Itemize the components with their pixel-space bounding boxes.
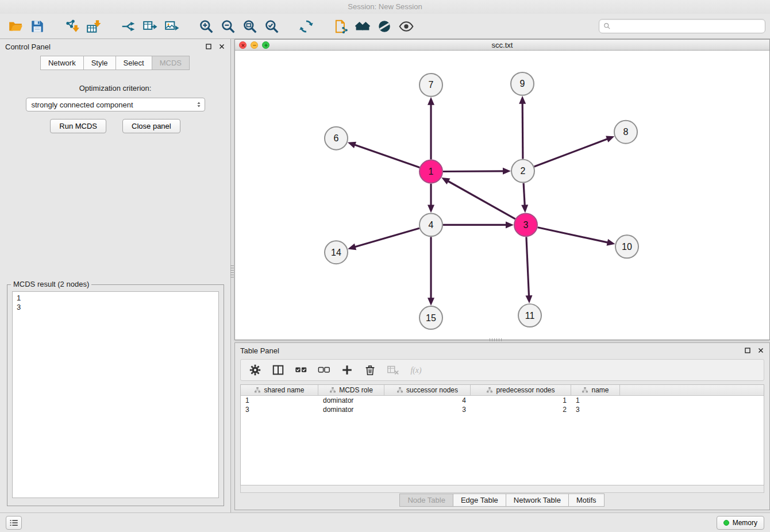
toolbar-document-network-button[interactable] [330,16,352,37]
table-trash-button[interactable] [360,361,380,379]
tab-style[interactable]: Style [83,56,116,70]
tab-edge-table[interactable]: Edge Table [453,494,506,507]
graph-edge-3-1[interactable] [448,181,515,219]
toolbar-eye-button[interactable] [395,16,417,37]
control-panel-close-icon[interactable] [218,43,225,50]
toolbar-zoom-out-button[interactable] [217,16,239,37]
graph-edge-4-14[interactable] [355,228,419,247]
diverging-arrows-icon [121,19,136,34]
network-view-window: scc.txt 7968124314101511 [234,39,770,340]
tab-mcds[interactable]: MCDS [152,56,190,70]
graph-node-2[interactable]: 2 [511,160,534,183]
select-all-icon [295,364,307,376]
table-gear-button[interactable] [245,361,265,379]
toolbar-diverging-arrows-button[interactable] [117,16,139,37]
plus-icon [341,364,353,376]
column-header-mcds-role[interactable]: MCDS role [318,385,384,395]
toolbar-zoom-fit-button[interactable] [239,16,261,37]
graph-edge-3-11[interactable] [526,237,529,296]
toolbar-houses-button[interactable] [352,16,374,37]
graph-node-3[interactable]: 3 [514,213,537,236]
table-cell: 3 [384,406,471,414]
eye-icon [399,19,414,34]
svg-text:6: 6 [334,133,339,143]
tab-network[interactable]: Network [40,56,84,70]
window-minimize-button[interactable] [251,41,258,49]
toolbar-zoom-check-button[interactable] [261,16,283,37]
table-plus-button[interactable] [337,361,357,379]
optimization-dropdown[interactable]: strongly connected component [26,98,205,111]
search-input[interactable] [614,22,761,30]
toolbar-import-table-button[interactable] [83,16,105,37]
main-toolbar [0,14,770,39]
table-row[interactable]: 3dominator323 [241,405,764,414]
graph-node-10[interactable]: 10 [615,235,638,258]
graph-node-8[interactable]: 8 [614,121,637,144]
toolbar-import-network-button[interactable] [61,16,83,37]
graph-node-6[interactable]: 6 [325,127,348,150]
column-header-shared-name[interactable]: shared name [241,385,318,395]
toolbar-folder-button[interactable] [5,16,26,37]
run-mcds-button[interactable]: Run MCDS [50,119,106,133]
table-deselect-all-button[interactable] [314,361,334,379]
control-panel-float-icon[interactable] [205,43,212,50]
dropdown-arrows-icon [195,100,202,109]
svg-text:1: 1 [429,167,434,176]
tab-motifs[interactable]: Motifs [568,494,605,507]
horizontal-splitter-handle[interactable] [490,338,502,341]
window-close-button[interactable] [239,41,247,49]
memory-button[interactable]: Memory [717,516,764,530]
gear-icon [249,364,261,376]
window-zoom-button[interactable] [262,41,270,49]
search-box[interactable] [599,19,765,33]
network-window-titlebar[interactable]: scc.txt [235,40,769,51]
graph-edge-3-10[interactable] [538,228,608,242]
graph-node-1[interactable]: 1 [419,160,442,183]
column-header-predecessor-nodes[interactable]: predecessor nodes [471,385,571,395]
graph-node-11[interactable]: 11 [518,304,541,327]
tab-network-table[interactable]: Network Table [506,494,569,507]
table-header-row: shared nameMCDS rolesuccessor nodesprede… [241,385,764,396]
table-split-columns-button[interactable] [268,361,288,379]
table-panel-title: Table Panel [240,346,744,355]
zoom-check-icon [264,19,279,34]
toolbar-table-arrow-button[interactable] [139,16,161,37]
table-select-all-button[interactable] [291,361,311,379]
column-header-name[interactable]: name [571,385,620,395]
toolbar-circle-slash-button[interactable] [374,16,395,37]
close-panel-button[interactable]: Close panel [122,119,180,133]
svg-text:4: 4 [429,220,434,230]
control-panel-title: Control Panel [5,43,205,51]
task-history-button[interactable] [6,516,22,530]
mcds-result-list[interactable]: 13 [12,291,219,498]
table-horizontal-scrollbar[interactable] [240,485,764,493]
graph-node-4[interactable]: 4 [419,213,442,236]
tab-node-table[interactable]: Node Table [399,494,453,507]
graph-edge-2-3[interactable] [523,183,525,206]
table-cell: 1 [471,396,571,404]
graph-node-15[interactable]: 15 [419,306,442,329]
toolbar-image-arrow-button[interactable] [161,16,183,37]
toolbar-refresh-button[interactable] [295,16,317,37]
table-cell: dominator [318,396,384,404]
graph-edge-1-2[interactable] [443,171,503,172]
table-cell: 3 [241,406,318,414]
memory-status-dot [723,520,729,526]
network-graph[interactable]: 7968124314101511 [235,51,769,340]
vertical-splitter-handle[interactable] [230,265,234,277]
table-row[interactable]: 1dominator411 [241,396,764,405]
graph-edge-2-9[interactable] [522,103,523,159]
table-panel-float-icon[interactable] [744,347,751,354]
toolbar-save-button[interactable] [26,16,48,37]
graph-node-9[interactable]: 9 [511,72,534,95]
graph-edge-2-8[interactable] [534,139,608,167]
graph-node-14[interactable]: 14 [325,241,348,264]
column-header-successor-nodes[interactable]: successor nodes [384,385,471,395]
graph-edge-1-6[interactable] [355,145,419,168]
network-canvas[interactable]: 7968124314101511 [235,51,769,340]
graph-node-7[interactable]: 7 [419,74,442,97]
toolbar-zoom-in-button[interactable] [195,16,217,37]
table-panel-close-icon[interactable] [757,347,764,354]
tab-select[interactable]: Select [116,56,152,70]
svg-text:8: 8 [623,127,629,137]
